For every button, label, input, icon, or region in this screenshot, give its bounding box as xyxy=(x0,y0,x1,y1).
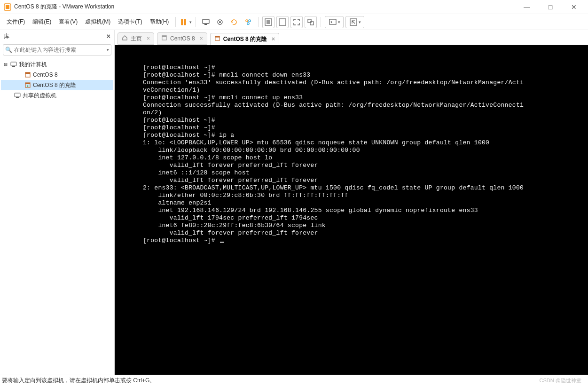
vm-console[interactable]: [root@localhost ~]# [root@localhost ~]# … xyxy=(115,45,588,375)
separator xyxy=(258,17,259,27)
console-view-icon[interactable] xyxy=(276,16,289,28)
tab-close-icon[interactable]: × xyxy=(145,35,150,42)
computer-icon xyxy=(10,61,17,68)
minimize-button[interactable]: — xyxy=(520,3,533,11)
separator xyxy=(175,17,176,27)
svg-rect-13 xyxy=(279,19,286,25)
title-bar: CentOS 8 的克隆 - VMware Workstation — □ ✕ xyxy=(0,0,588,14)
svg-point-7 xyxy=(219,21,221,23)
library-tree: ⊟ 我的计算机 CentOS 8 CentOS 8 的克隆 xyxy=(0,57,114,102)
vm-running-icon xyxy=(24,82,31,88)
menu-file[interactable]: 文件(F) xyxy=(3,16,29,28)
snapshot-revert-icon[interactable] xyxy=(228,16,240,28)
svg-rect-23 xyxy=(25,83,30,84)
home-icon xyxy=(122,35,128,42)
menu-bar: 文件(F) 编辑(E) 查看(V) 虚拟机(M) 选项卡(T) 帮助(H) ▾ … xyxy=(0,14,588,30)
svg-rect-18 xyxy=(11,62,16,66)
tree-label: 我的计算机 xyxy=(19,61,47,69)
menu-view[interactable]: 查看(V) xyxy=(55,16,81,28)
separator xyxy=(321,17,321,27)
svg-rect-3 xyxy=(184,19,186,25)
svg-rect-27 xyxy=(162,36,166,37)
svg-rect-14 xyxy=(308,19,311,23)
tab-home[interactable]: 主页 × xyxy=(118,32,154,45)
status-bar: 要将输入定向到该虚拟机，请在虚拟机内部单击或按 Ctrl+G。 CSDN @隐世… xyxy=(0,375,588,386)
tree-shared-vms[interactable]: 共享的虚拟机 xyxy=(1,90,113,101)
tab-label: CentOS 8 xyxy=(170,35,195,42)
tree-vm-centos8[interactable]: CentOS 8 xyxy=(1,70,113,80)
vm-icon xyxy=(24,71,31,78)
svg-rect-2 xyxy=(181,19,183,25)
vm-running-icon xyxy=(214,35,220,43)
tab-label: CentOS 8 的克隆 xyxy=(223,35,267,43)
svg-point-10 xyxy=(247,22,249,24)
tree-my-computer[interactable]: ⊟ 我的计算机 xyxy=(1,59,113,70)
watermark-text: CSDN @隐世神童 xyxy=(540,377,586,384)
menu-edit[interactable]: 编辑(E) xyxy=(29,16,55,28)
svg-rect-4 xyxy=(203,19,209,24)
console-quick-icon[interactable]: ▾ xyxy=(325,16,344,28)
computer-icon xyxy=(14,92,21,99)
svg-rect-21 xyxy=(25,72,30,74)
chevron-down-icon: ▾ xyxy=(358,20,361,24)
unity-mode-icon[interactable] xyxy=(305,16,317,28)
search-box[interactable]: 🔍 ▾ xyxy=(3,44,111,55)
svg-rect-24 xyxy=(15,93,20,97)
tree-label: 共享的虚拟机 xyxy=(23,92,56,100)
stretch-mode-icon[interactable]: ▾ xyxy=(345,16,364,28)
fullscreen-icon[interactable] xyxy=(290,16,303,28)
fit-guest-icon[interactable] xyxy=(262,16,274,28)
tab-close-icon[interactable]: × xyxy=(270,36,275,42)
svg-point-8 xyxy=(246,19,248,21)
menu-tabs[interactable]: 选项卡(T) xyxy=(114,16,146,28)
tab-centos8[interactable]: CentOS 8 × xyxy=(157,32,207,45)
content-area: 主页 × CentOS 8 × CentOS 8 的克隆 × [root@loc… xyxy=(115,30,588,375)
vmware-logo-icon xyxy=(4,3,11,11)
sidebar-header: 库 × xyxy=(0,30,114,42)
tree-label: CentOS 8 的克隆 xyxy=(33,81,76,89)
svg-rect-12 xyxy=(267,20,270,24)
svg-rect-15 xyxy=(310,22,314,25)
status-text: 要将输入定向到该虚拟机，请在虚拟机内部单击或按 Ctrl+G。 xyxy=(2,377,155,385)
host-device-icon[interactable] xyxy=(200,16,212,28)
tab-centos8-clone[interactable]: CentOS 8 的克隆 × xyxy=(210,33,279,45)
library-sidebar: 库 × 🔍 ▾ ⊟ 我的计算机 CentOS 8 xyxy=(0,30,115,375)
tab-label: 主页 xyxy=(131,35,142,43)
close-button[interactable]: ✕ xyxy=(567,3,580,11)
svg-rect-19 xyxy=(12,66,15,67)
search-icon: 🔍 xyxy=(5,47,12,53)
main-area: 库 × 🔍 ▾ ⊟ 我的计算机 CentOS 8 xyxy=(0,30,588,375)
svg-rect-29 xyxy=(215,36,220,38)
tabstrip: 主页 × CentOS 8 × CentOS 8 的克隆 × xyxy=(115,30,588,45)
collapse-icon[interactable]: ⊟ xyxy=(3,61,8,68)
sidebar-close-icon[interactable]: × xyxy=(107,32,110,40)
vm-icon xyxy=(161,35,167,42)
tab-close-icon[interactable]: × xyxy=(198,35,203,42)
sidebar-title: 库 xyxy=(4,32,9,40)
chevron-down-icon: ▾ xyxy=(337,20,340,24)
svg-rect-16 xyxy=(329,19,336,24)
chevron-down-icon: ▾ xyxy=(188,20,192,24)
search-wrap: 🔍 ▾ xyxy=(0,42,114,57)
chevron-down-icon[interactable]: ▾ xyxy=(106,47,109,52)
menu-help[interactable]: 帮助(H) xyxy=(146,16,173,28)
maximize-button[interactable]: □ xyxy=(544,3,557,11)
window-controls: — □ ✕ xyxy=(520,3,584,11)
tree-vm-centos8-clone[interactable]: CentOS 8 的克隆 xyxy=(1,80,113,90)
separator xyxy=(196,17,196,27)
search-input[interactable] xyxy=(14,47,104,53)
svg-rect-1 xyxy=(6,5,9,9)
svg-rect-25 xyxy=(16,97,19,98)
tree-label: CentOS 8 xyxy=(33,71,58,78)
window-title: CentOS 8 的克隆 - VMware Workstation xyxy=(14,3,520,11)
svg-point-9 xyxy=(249,19,251,21)
pause-button[interactable]: ▾ xyxy=(180,16,192,28)
svg-rect-5 xyxy=(204,24,207,25)
snapshot-manager-icon[interactable] xyxy=(242,16,254,28)
snapshot-take-icon[interactable] xyxy=(214,16,226,28)
menu-vm[interactable]: 虚拟机(M) xyxy=(81,16,114,28)
